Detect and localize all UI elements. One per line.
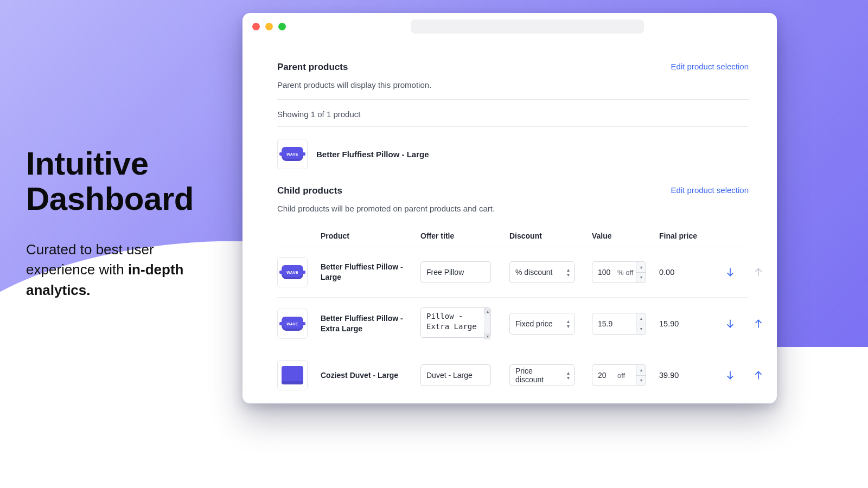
chevron-updown-icon: ▴▾ — [567, 371, 570, 380]
step-down-icon: ▾ — [636, 324, 646, 335]
hero-title: Intuitive Dashboard — [26, 146, 221, 217]
col-final: Final price — [659, 232, 719, 240]
col-product: Product — [321, 232, 418, 240]
value-stepper[interactable]: ▴▾ — [636, 262, 646, 282]
value-input[interactable]: 15.9▴▾ — [592, 313, 646, 335]
product-name: Coziest Duvet - Large — [321, 370, 418, 381]
move-down-button[interactable] — [721, 314, 739, 333]
child-products-desc: Child products will be promoted on paren… — [277, 204, 749, 213]
value-input[interactable]: 100% off▴▾ — [592, 261, 646, 283]
move-up-button[interactable] — [749, 314, 768, 333]
chevron-updown-icon: ▴▾ — [567, 319, 570, 329]
discount-select[interactable]: Price discount▴▾ — [509, 364, 575, 386]
parent-showing-count: Showing 1 of 1 product — [277, 110, 749, 119]
step-down-icon: ▾ — [636, 376, 646, 386]
table-row: WAVEBetter Fluffiest Pillow - Large% dis… — [277, 247, 749, 297]
discount-select[interactable]: % discount▴▾ — [509, 261, 575, 283]
child-products-title: Child products — [277, 185, 342, 196]
step-up-icon: ▴ — [636, 365, 646, 376]
product-thumbnail — [277, 360, 308, 390]
table-row: WAVEBetter Fluffiest Pillow - Extra Larg… — [277, 297, 749, 350]
discount-select[interactable]: Fixed price▴▾ — [509, 313, 575, 335]
product-thumbnail: WAVE — [277, 139, 308, 169]
window-close-icon[interactable] — [252, 23, 260, 30]
product-thumbnail: WAVE — [277, 257, 308, 287]
parent-products-title: Parent products — [277, 62, 348, 73]
step-up-icon: ▴ — [636, 313, 646, 324]
hero-subtitle: Curated to best user experience with in-… — [26, 240, 221, 301]
parent-product-row: WAVE Better Fluffiest Pillow - Large — [277, 137, 749, 171]
parent-products-desc: Parent products will display this promot… — [277, 80, 749, 89]
offer-title-input[interactable] — [420, 364, 491, 386]
app-window: Parent products Edit product selection P… — [242, 13, 777, 403]
final-price: 39.90 — [659, 371, 719, 380]
step-down-icon: ▾ — [636, 273, 646, 283]
address-bar[interactable] — [411, 20, 644, 34]
step-up-icon: ▴ — [636, 262, 646, 273]
move-up-button — [749, 263, 768, 281]
final-price: 0.00 — [659, 268, 719, 277]
col-value: Value — [592, 232, 657, 240]
product-name: Better Fluffiest Pillow - Extra Large — [321, 313, 418, 334]
offer-title-input[interactable]: Pillow - Extra Large — [420, 307, 491, 338]
chevron-updown-icon: ▴▾ — [567, 268, 570, 277]
value-stepper[interactable]: ▴▾ — [636, 365, 646, 386]
product-name: Better Fluffiest Pillow - Large — [321, 262, 418, 282]
table-header-row: Product Offer title Discount Value Final… — [277, 225, 749, 247]
table-row: Coziest Duvet - LargePrice discount▴▾20o… — [277, 350, 749, 400]
move-down-button[interactable] — [721, 366, 739, 384]
value-input[interactable]: 20off▴▾ — [592, 364, 646, 386]
col-offer: Offer title — [420, 232, 507, 240]
value-stepper[interactable]: ▴▾ — [636, 313, 646, 334]
move-up-button[interactable] — [749, 366, 768, 384]
window-zoom-icon[interactable] — [278, 23, 286, 30]
edit-child-selection-link[interactable]: Edit product selection — [671, 185, 749, 195]
move-down-button[interactable] — [721, 263, 739, 281]
offer-title-input[interactable] — [420, 261, 491, 283]
product-thumbnail: WAVE — [277, 309, 308, 339]
window-titlebar — [242, 13, 777, 40]
product-name: Better Fluffiest Pillow - Large — [316, 150, 429, 159]
final-price: 15.90 — [659, 319, 719, 328]
edit-parent-selection-link[interactable]: Edit product selection — [671, 62, 749, 71]
window-minimize-icon[interactable] — [265, 23, 273, 30]
col-discount: Discount — [509, 232, 590, 240]
hero-copy: Intuitive Dashboard Curated to best user… — [26, 146, 221, 301]
